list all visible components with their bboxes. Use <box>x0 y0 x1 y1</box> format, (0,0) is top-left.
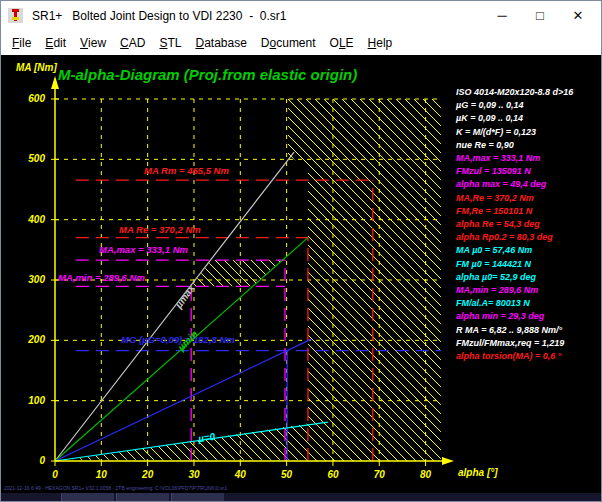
status-bar: 2021-12-16 6:49 - HEXAGON SR1+ V32.1.005… <box>1 483 601 493</box>
menu-item-stl[interactable]: STL <box>152 30 188 55</box>
close-button[interactable]: ✕ <box>559 1 597 30</box>
panel-line: FMzul/FMmax,req = 1,219 <box>456 337 601 350</box>
panel-line: FM µ0 = 144421 N <box>456 258 601 271</box>
taskbar-segment[interactable] <box>61 493 114 501</box>
chart-area: M-alpha-Diagram (Proj.from elastic origi… <box>1 55 601 483</box>
ref-label-ma-min: MA,min = 289,6 Nm <box>58 272 145 283</box>
panel-line: FM/al.A= 80013 N <box>456 297 601 310</box>
taskbar-segment[interactable] <box>116 493 169 501</box>
x-axis-label: alpha [°] <box>458 467 498 478</box>
panel-line: MA,max = 333,1 Nm <box>456 152 601 165</box>
menu-item-edit[interactable]: Edit <box>38 30 73 55</box>
panel-line: alpha torsion(MA) = 0,6 ° <box>456 350 601 363</box>
panel-line: R MA = 6,82 .. 9,888 Nm/° <box>456 324 601 337</box>
window-title: SR1+ Bolted Joint Design to VDI 2230 - 0… <box>32 9 286 23</box>
x-tick-label: 60 <box>321 469 345 480</box>
app-bolt-icon <box>8 8 23 23</box>
panel-line: alpha max = 49,4 deg <box>456 178 601 191</box>
x-tick-label: 50 <box>275 469 299 480</box>
menu-item-document[interactable]: Document <box>254 30 323 55</box>
y-tick-label: 600 <box>11 93 45 104</box>
app-window: SR1+ Bolted Joint Design to VDI 2230 - 0… <box>0 0 602 502</box>
maximize-button[interactable]: □ <box>521 1 559 30</box>
taskbar-segment[interactable] <box>171 493 224 501</box>
menu-item-view[interactable]: View <box>73 30 113 55</box>
menu-bar: FileEditViewCADSTLDatabaseDocumentOLEHel… <box>1 30 601 55</box>
panel-line: µG = 0,09 .. 0,14 <box>456 99 601 112</box>
y-axis-label: MA [Nm] <box>16 62 57 73</box>
x-tick-label: 10 <box>89 469 113 480</box>
x-tick-label: 70 <box>367 469 391 480</box>
menu-item-database[interactable]: Database <box>188 30 253 55</box>
panel-line: FMzul = 135091 N <box>456 165 601 178</box>
minimize-button[interactable]: ─ <box>483 1 521 30</box>
menu-item-help[interactable]: Help <box>361 30 400 55</box>
panel-line: alpha min = 29,3 deg <box>456 310 601 323</box>
menu-item-ole[interactable]: OLE <box>323 30 361 55</box>
y-tick-label: 100 <box>11 395 45 406</box>
menu-item-cad[interactable]: CAD <box>113 30 152 55</box>
title-bar: SR1+ Bolted Joint Design to VDI 2230 - 0… <box>1 1 601 30</box>
panel-line: ISO 4014-M20x120-8.8 d>16 <box>456 86 601 99</box>
panel-line: MA,Re = 370,2 Nm <box>456 192 601 205</box>
menu-item-file[interactable]: File <box>5 30 38 55</box>
panel-line: alpha µ0= 52,9 deg <box>456 271 601 284</box>
ref-label-ma-re: MA Re = 370,2 Nm <box>119 224 201 235</box>
status-text: 2021-12-16 6:49 - HEXAGON SR1+ V32.1.005… <box>4 485 227 491</box>
panel-line: MA,min = 289,6 Nm <box>456 284 601 297</box>
x-tick-label: 0 <box>43 469 67 480</box>
window-controls: ─ □ ✕ <box>483 1 597 30</box>
y-tick-label: 300 <box>11 274 45 285</box>
panel-line: K = M/(d*F) = 0,123 <box>456 126 601 139</box>
x-tick-label: 40 <box>228 469 252 480</box>
panel-line: alpha Rp0.2 = 80,3 deg <box>456 231 601 244</box>
taskbar <box>1 493 601 501</box>
parameter-panel: ISO 4014-M20x120-8.8 d>16µG = 0,09 .. 0,… <box>456 86 601 363</box>
panel-line: MA µ0 = 57,46 Nm <box>456 244 601 257</box>
panel-line: alpha Re = 54,3 deg <box>456 218 601 231</box>
y-tick-label: 200 <box>11 334 45 345</box>
y-tick-label: 400 <box>11 214 45 225</box>
x-tick-label: 20 <box>136 469 160 480</box>
y-tick-label: 0 <box>11 455 45 466</box>
panel-line: nue Re = 0,90 <box>456 139 601 152</box>
chart-title: M-alpha-Diagram (Proj.from elastic origi… <box>58 66 357 83</box>
panel-line: FM,Re = 150101 N <box>456 205 601 218</box>
y-tick-label: 500 <box>11 153 45 164</box>
x-tick-label: 30 <box>182 469 206 480</box>
ref-label-ma-rm: MA Rm = 465,5 Nm <box>144 165 229 176</box>
x-tick-label: 80 <box>414 469 438 480</box>
ref-label-ma-max: MA,max = 333,1 Nm <box>99 244 188 255</box>
panel-line: µK = 0,09 .. 0,14 <box>456 112 601 125</box>
